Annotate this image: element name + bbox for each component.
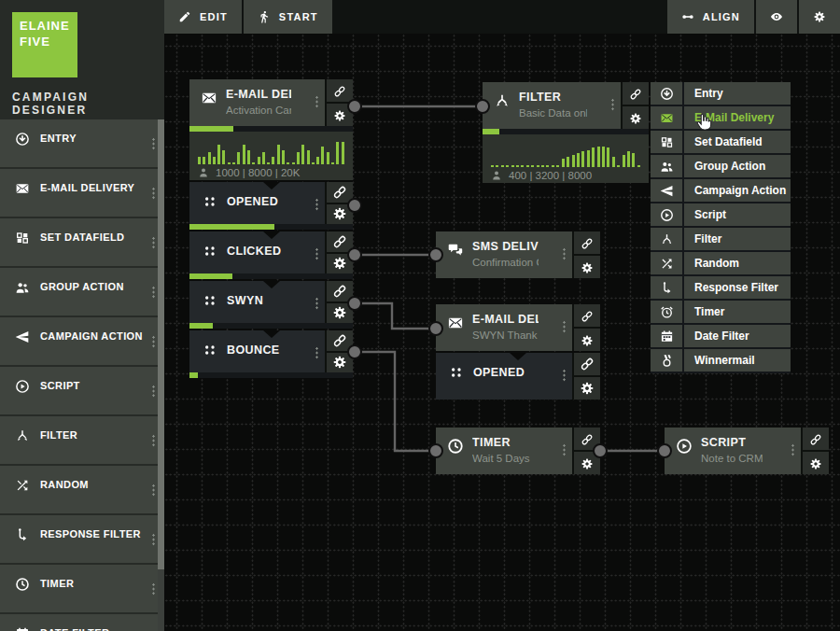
drag-handle-icon[interactable] <box>152 236 155 249</box>
node-menu-dots[interactable] <box>315 95 318 108</box>
palette-item-winnermail[interactable]: Winnermail <box>651 349 791 373</box>
node-settings-button[interactable] <box>574 329 600 351</box>
node-settings-button[interactable] <box>574 452 600 474</box>
node-link-button[interactable] <box>574 231 600 254</box>
node-button-column <box>572 353 600 400</box>
paper-plane-icon <box>15 330 30 344</box>
node-link-button[interactable] <box>327 79 353 102</box>
node-menu-dots[interactable] <box>791 443 794 456</box>
drag-handle-icon[interactable] <box>152 187 155 200</box>
node-clicked[interactable]: CLICKED <box>189 231 353 279</box>
node-header[interactable]: E-MAIL DELIVE...Activation Campaign <box>189 79 353 126</box>
node-menu-dots[interactable] <box>315 346 318 359</box>
node-link-button[interactable] <box>574 304 600 327</box>
sidebar-item-script[interactable]: SCRIPT <box>0 367 164 414</box>
palette-item-script[interactable]: Script <box>651 203 791 228</box>
palette-item-filter[interactable]: Filter <box>651 228 791 252</box>
node-header[interactable]: SMS DELIVERYConfirmation Code <box>436 231 600 278</box>
sidebar-item-date-filter[interactable]: DATE FILTER <box>0 614 164 631</box>
drag-handle-icon[interactable] <box>152 385 155 398</box>
drag-handle-icon[interactable] <box>152 484 155 497</box>
node-timer-wait[interactable]: TIMERWait 5 Days <box>436 428 600 474</box>
node-header[interactable]: SCRIPTNote to CRM <box>665 428 829 474</box>
node-sms-delivery[interactable]: SMS DELIVERYConfirmation Code <box>436 231 600 278</box>
palette-item-random[interactable]: Random <box>651 252 791 276</box>
sidebar-scrollbar-track[interactable] <box>158 569 164 631</box>
edit-button[interactable]: EDIT <box>164 0 242 34</box>
node-menu-dots[interactable] <box>315 247 318 260</box>
node-settings-button[interactable] <box>327 353 353 373</box>
sidebar-item-timer[interactable]: TIMER <box>0 565 164 612</box>
chart-bar <box>587 150 590 167</box>
drag-handle-icon[interactable] <box>152 137 155 150</box>
palette-item-campaign-action[interactable]: Campaign Action <box>651 179 791 203</box>
drag-handle-icon[interactable] <box>152 434 155 447</box>
sidebar-item-label: SET DATAFIELD <box>40 231 124 266</box>
node-settings-button[interactable] <box>327 303 353 324</box>
align-button[interactable]: ALIGN <box>667 0 754 34</box>
node-settings-button[interactable] <box>327 204 353 225</box>
node-email-delivery-swyn[interactable]: E-MAIL DELIVE...SWYN Thank You <box>436 304 600 351</box>
sidebar-item-response-filter[interactable]: RESPONSE FILTER <box>0 515 164 563</box>
node-settings-button[interactable] <box>574 256 600 278</box>
sidebar-item-group-action[interactable]: GROUP ACTION <box>0 268 164 316</box>
sidebar-item-set-datafield[interactable]: SET DATAFIELD <box>0 218 164 266</box>
node-opened-1[interactable]: OPENED <box>189 182 353 230</box>
sidebar-item-entry[interactable]: ENTRY <box>0 119 164 167</box>
node-settings-button[interactable] <box>623 106 649 129</box>
drag-handle-icon[interactable] <box>152 335 155 348</box>
node-link-button[interactable] <box>327 182 353 203</box>
node-menu-dots[interactable] <box>315 297 318 310</box>
sidebar-scrollbar-thumb[interactable] <box>158 119 164 569</box>
settings-button[interactable] <box>799 0 840 34</box>
palette-item-date-filter[interactable]: Date Filter <box>651 325 791 349</box>
node-link-button[interactable] <box>803 428 829 450</box>
node-link-button[interactable] <box>623 82 649 105</box>
node-bounce[interactable]: BOUNCE <box>189 330 353 378</box>
campaign-canvas[interactable]: EntryE-Mail DeliverySet DatafieldGroup A… <box>164 34 840 631</box>
palette-item-response-filter[interactable]: Response Filter <box>651 276 791 301</box>
node-script-crm[interactable]: SCRIPTNote to CRM <box>665 428 829 474</box>
sidebar-item-random[interactable]: RANDOM <box>0 466 164 513</box>
palette-item-set-datafield[interactable]: Set Datafield <box>651 131 791 155</box>
drag-handle-icon[interactable] <box>152 582 155 596</box>
node-menu-dots[interactable] <box>563 247 566 260</box>
link-icon <box>580 357 595 372</box>
sidebar-item-campaign-action[interactable]: CAMPAIGN ACTION <box>0 317 164 365</box>
visibility-button[interactable] <box>756 0 797 34</box>
node-header[interactable]: TIMERWait 5 Days <box>436 428 600 474</box>
node-menu-dots[interactable] <box>611 98 614 111</box>
node-header[interactable]: FILTERBasic Data only <box>483 82 649 129</box>
palette-item-timer[interactable]: Timer <box>651 301 791 325</box>
node-header[interactable]: E-MAIL DELIVE...SWYN Thank You <box>436 304 600 351</box>
node-email-delivery-activation[interactable]: E-MAIL DELIVE...Activation Campaign1000 … <box>189 79 353 180</box>
node-settings-button[interactable] <box>803 452 829 474</box>
node-link-button[interactable] <box>327 330 353 351</box>
node-settings-button[interactable] <box>574 377 600 400</box>
sidebar-item-filter[interactable]: FILTER <box>0 416 164 464</box>
node-filter-basic-data[interactable]: FILTERBasic Data only400 | 3200 | 8000 <box>483 82 649 183</box>
node-link-button[interactable] <box>574 428 600 450</box>
drag-handle-icon[interactable] <box>152 533 155 546</box>
start-button[interactable]: START <box>244 0 332 34</box>
node-link-button[interactable] <box>327 231 353 252</box>
palette-item-label: Random <box>694 257 739 270</box>
node-menu-dots[interactable] <box>563 320 566 333</box>
align-icon <box>681 10 694 23</box>
node-opened-2[interactable]: OPENED <box>436 353 600 400</box>
palette-item-e-mail-delivery[interactable]: E-Mail Delivery <box>651 106 791 131</box>
node-settings-button[interactable] <box>327 104 353 126</box>
link-icon <box>581 310 594 323</box>
node-menu-dots[interactable] <box>315 198 318 211</box>
node-swyn[interactable]: SWYN <box>189 281 353 329</box>
palette-item-entry[interactable]: Entry <box>651 82 791 106</box>
node-settings-button[interactable] <box>327 254 353 274</box>
node-button-column <box>572 231 600 278</box>
palette-item-group-action[interactable]: Group Action <box>651 155 791 179</box>
node-link-button[interactable] <box>327 281 353 301</box>
node-link-button[interactable] <box>574 353 600 375</box>
drag-handle-icon[interactable] <box>152 286 155 299</box>
node-menu-dots[interactable] <box>563 369 566 382</box>
sidebar-item-e-mail-delivery[interactable]: E-MAIL DELIVERY <box>0 169 164 217</box>
node-menu-dots[interactable] <box>563 443 566 456</box>
